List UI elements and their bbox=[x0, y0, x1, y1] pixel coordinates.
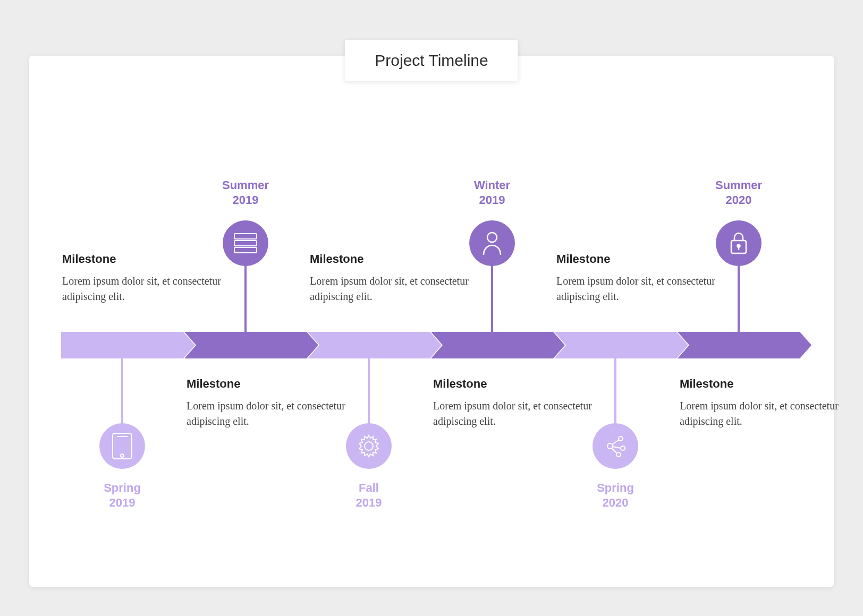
milestone-text-2: Milestone Lorem ipsum dolor sit, et cons… bbox=[187, 377, 362, 429]
connector-5 bbox=[614, 358, 616, 427]
svg-line-20 bbox=[612, 448, 617, 454]
server-icon bbox=[223, 220, 268, 266]
season-text: Spring bbox=[104, 481, 141, 494]
svg-marker-1 bbox=[184, 332, 318, 358]
timeline-axis bbox=[61, 332, 802, 358]
milestone-body: Lorem ipsum dolor sit, et consectetur ad… bbox=[187, 398, 362, 429]
milestone-text-3: Milestone Lorem ipsum dolor sit, et cons… bbox=[310, 252, 485, 304]
milestone-heading: Milestone bbox=[556, 252, 732, 266]
svg-marker-4 bbox=[554, 332, 688, 358]
svg-rect-6 bbox=[113, 433, 132, 459]
milestone-text-5: Milestone Lorem ipsum dolor sit, et cons… bbox=[556, 252, 732, 304]
gear-icon bbox=[346, 423, 392, 469]
milestone-heading: Milestone bbox=[680, 377, 855, 391]
svg-point-12 bbox=[365, 442, 373, 450]
svg-point-8 bbox=[121, 454, 124, 457]
year-text: 2019 bbox=[109, 496, 136, 509]
season-text: Spring bbox=[597, 481, 634, 494]
milestone-heading: Milestone bbox=[187, 377, 362, 391]
connector-2 bbox=[244, 263, 247, 332]
date-label-1: Spring 2019 bbox=[80, 481, 165, 510]
milestone-text-4: Milestone Lorem ipsum dolor sit, et cons… bbox=[433, 377, 608, 429]
arrow-segment-1 bbox=[61, 332, 195, 358]
milestone-text-1: Milestone Lorem ipsum dolor sit, et cons… bbox=[62, 252, 238, 304]
lock-icon bbox=[716, 220, 762, 266]
svg-marker-0 bbox=[61, 332, 195, 358]
svg-line-18 bbox=[612, 440, 619, 444]
svg-marker-3 bbox=[431, 332, 565, 358]
milestone-body: Lorem ipsum dolor sit, et consectetur ad… bbox=[433, 398, 608, 429]
svg-rect-9 bbox=[234, 234, 257, 239]
milestone-heading: Milestone bbox=[433, 377, 608, 391]
svg-line-19 bbox=[613, 447, 621, 448]
phone-icon bbox=[99, 423, 145, 469]
milestone-text-6: Milestone Lorem ipsum dolor sit, et cons… bbox=[680, 377, 855, 429]
date-label-3: Fall 2019 bbox=[326, 481, 411, 510]
svg-rect-11 bbox=[234, 247, 257, 253]
milestone-body: Lorem ipsum dolor sit, et consectetur ad… bbox=[62, 273, 238, 304]
svg-marker-5 bbox=[678, 332, 811, 358]
year-text: 2020 bbox=[726, 193, 752, 207]
milestone-body: Lorem ipsum dolor sit, et consectetur ad… bbox=[556, 273, 732, 304]
season-text: Fall bbox=[359, 481, 379, 494]
arrow-segment-2 bbox=[184, 332, 318, 358]
connector-4 bbox=[491, 263, 493, 332]
arrow-segment-4 bbox=[431, 332, 565, 358]
season-text: Summer bbox=[222, 178, 269, 192]
timeline-card: Project Timeline Spring 2019 bbox=[29, 56, 834, 587]
milestone-body: Lorem ipsum dolor sit, et consectetur ad… bbox=[680, 398, 855, 429]
year-text: 2019 bbox=[356, 496, 382, 509]
svg-point-22 bbox=[738, 245, 740, 247]
connector-6 bbox=[738, 263, 740, 332]
milestone-body: Lorem ipsum dolor sit, et consectetur ad… bbox=[310, 273, 485, 304]
svg-point-16 bbox=[621, 446, 625, 450]
season-text: Winter bbox=[474, 178, 510, 192]
year-text: 2019 bbox=[233, 193, 259, 207]
svg-rect-10 bbox=[234, 241, 257, 246]
arrow-segment-5 bbox=[554, 332, 688, 358]
date-label-4: Winter 2019 bbox=[450, 178, 535, 207]
person-icon bbox=[469, 220, 515, 266]
connector-1 bbox=[121, 358, 123, 427]
diagram-title: Project Timeline bbox=[345, 40, 518, 81]
arrow-segment-6 bbox=[678, 332, 811, 358]
year-text: 2020 bbox=[603, 496, 629, 509]
svg-point-13 bbox=[487, 233, 497, 242]
milestone-heading: Milestone bbox=[62, 252, 238, 266]
network-icon bbox=[593, 423, 638, 469]
year-text: 2019 bbox=[479, 193, 505, 207]
connector-3 bbox=[368, 358, 370, 427]
date-label-2: Summer 2019 bbox=[203, 178, 288, 207]
season-text: Summer bbox=[715, 178, 762, 192]
arrow-segment-3 bbox=[308, 332, 442, 358]
date-label-5: Spring 2020 bbox=[573, 481, 658, 510]
milestone-heading: Milestone bbox=[310, 252, 485, 266]
svg-marker-2 bbox=[308, 332, 442, 358]
date-label-6: Summer 2020 bbox=[696, 178, 781, 207]
